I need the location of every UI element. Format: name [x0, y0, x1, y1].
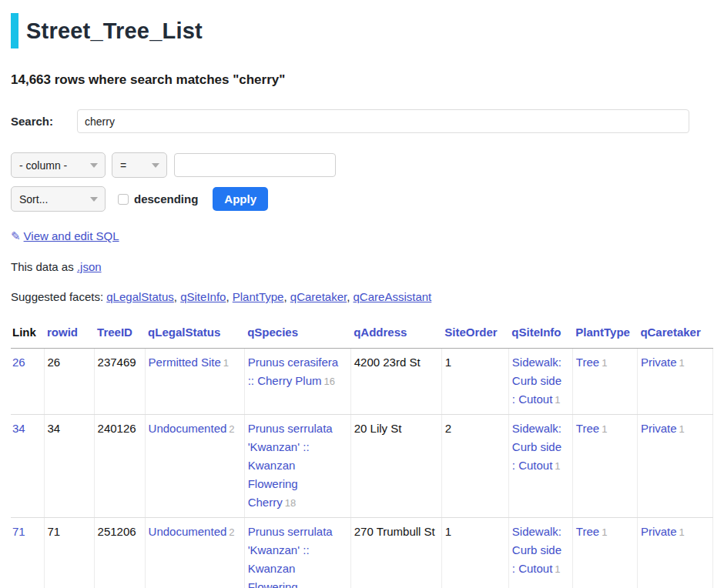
facet-count: 1: [555, 460, 560, 472]
column-header-planttype: PlantType: [572, 319, 637, 349]
facet-link-qcaretaker[interactable]: qCaretaker: [290, 290, 347, 303]
table-row: 34 34 240126 Undocumented2 Prunus serrul…: [11, 415, 713, 518]
facet-count: 1: [602, 526, 607, 538]
column-header-qsiteinfo: qSiteInfo: [508, 319, 572, 349]
cell-qsiteinfo: Sidewalk: Curb side : Cutout1: [508, 349, 572, 415]
cell-treeid: 251206: [94, 518, 145, 588]
facet-link-qcareassistant[interactable]: qCareAssistant: [354, 290, 432, 303]
cell-qsiteinfo: Sidewalk: Curb side : Cutout1: [508, 415, 572, 518]
cell-qspecies: Prunus serrulata 'Kwanzan' :: Kwanzan Fl…: [244, 518, 350, 588]
search-form: Search:: [11, 109, 713, 133]
facet-count: 1: [602, 423, 607, 435]
page: Street_Tree_List 14,663 rows where searc…: [0, 12, 724, 588]
cell-qaddress: 4200 23rd St: [350, 349, 441, 415]
cell-qspecies: Prunus serrulata 'Kwanzan' :: Kwanzan Fl…: [244, 415, 350, 518]
filter-operator-select[interactable]: =: [112, 152, 167, 178]
cell-qlegalstatus: Permitted Site1: [145, 349, 244, 415]
filter-column-select-value: - column -: [19, 159, 67, 172]
sort-row: Sort... descending Apply: [11, 186, 713, 212]
filter-row: - column - =: [11, 152, 713, 178]
row-count-summary: 14,663 rows where search matches "cherry…: [11, 72, 713, 88]
page-title: Street_Tree_List: [26, 18, 203, 44]
cell-qcaretaker: Private1: [637, 518, 712, 588]
cell-treeid: 240126: [94, 415, 145, 518]
facet-count: 1: [555, 394, 560, 406]
cell-siteorder: 2: [441, 415, 508, 518]
cell-planttype: Tree1: [572, 349, 637, 415]
data-as-prefix: This data as: [11, 260, 74, 273]
column-header-qcaretaker: qCaretaker: [637, 319, 712, 349]
cell-planttype: Tree1: [572, 518, 637, 588]
facets-prefix: Suggested facets:: [11, 290, 103, 303]
cell-qcaretaker: Private1: [637, 349, 712, 415]
table-header-row: Link rowid TreeID qLegalStatus qSpecies …: [11, 319, 713, 349]
facet-count: 1: [555, 563, 560, 575]
table-row: 71 71 251206 Undocumented2 Prunus serrul…: [11, 518, 713, 588]
facet-count: 16: [324, 376, 335, 387]
cell-siteorder: 1: [441, 518, 508, 588]
cell-qcaretaker: Private1: [637, 415, 712, 518]
column-header-link: Link: [11, 319, 44, 349]
column-header-qaddress: qAddress: [350, 319, 441, 349]
facet-count: 1: [679, 423, 685, 435]
filter-operator-select-value: =: [120, 159, 126, 172]
filter-column-select[interactable]: - column -: [11, 152, 106, 178]
cell-qlegalstatus: Undocumented2: [145, 415, 244, 518]
facet-count: 1: [679, 526, 685, 538]
facet-link-qsiteinfo[interactable]: qSiteInfo: [180, 290, 226, 303]
apply-button[interactable]: Apply: [213, 187, 268, 211]
facet-link-qlegalstatus[interactable]: qLegalStatus: [106, 290, 174, 303]
column-header-treeid: TreeID: [94, 319, 145, 349]
facet-count: 1: [602, 357, 607, 369]
cell-rowid: 34: [44, 415, 94, 518]
cell-siteorder: 1: [441, 349, 508, 415]
data-export-row: This data as .json: [11, 260, 713, 273]
cell-qsiteinfo: Sidewalk: Curb side : Cutout1: [508, 518, 572, 588]
sql-link-row: ✎View and edit SQL: [11, 229, 713, 243]
cell-rowid: 26: [44, 349, 94, 415]
cell-planttype: Tree1: [572, 415, 637, 518]
facet-count: 2: [229, 526, 234, 538]
column-header-qspecies: qSpecies: [244, 319, 350, 349]
cell-link: 71: [11, 518, 44, 588]
cell-qspecies: Prunus cerasifera :: Cherry Plum16: [244, 349, 350, 415]
descending-checkbox[interactable]: [118, 194, 129, 205]
page-header: Street_Tree_List: [11, 12, 713, 49]
cell-qaddress: 270 Trumbull St: [350, 518, 441, 588]
column-header-rowid: rowid: [44, 319, 94, 349]
accent-bar: [11, 13, 18, 48]
facet-count: 18: [285, 497, 296, 509]
suggested-facets-row: Suggested facets: qLegalStatus, qSiteInf…: [11, 290, 713, 303]
facet-count: 2: [229, 423, 234, 435]
cell-qaddress: 20 Lily St: [350, 415, 441, 518]
table-row: 26 26 237469 Permitted Site1 Prunus cera…: [11, 349, 713, 415]
facet-count: 1: [679, 357, 685, 369]
facet-link-planttype[interactable]: PlantType: [233, 290, 284, 303]
filter-value-input[interactable]: [174, 153, 336, 177]
cell-link: 26: [11, 349, 44, 415]
view-edit-sql-link[interactable]: View and edit SQL: [24, 229, 119, 242]
cell-link: 34: [11, 415, 44, 518]
cell-rowid: 71: [44, 518, 94, 588]
chevron-down-icon: [90, 197, 98, 202]
facet-links: qLegalStatus, qSiteInfo, PlantType, qCar…: [106, 290, 431, 303]
search-label: Search:: [11, 115, 77, 128]
chevron-down-icon: [90, 163, 98, 168]
chevron-down-icon: [152, 163, 159, 168]
descending-label: descending: [134, 192, 198, 205]
column-header-siteorder: SiteOrder: [441, 319, 508, 349]
json-link[interactable]: .json: [77, 260, 102, 273]
pencil-icon: ✎: [11, 229, 21, 242]
search-input[interactable]: [77, 109, 689, 133]
sort-select-value: Sort...: [19, 193, 48, 205]
sort-select[interactable]: Sort...: [11, 186, 106, 212]
data-table: Link rowid TreeID qLegalStatus qSpecies …: [11, 319, 713, 588]
cell-qlegalstatus: Undocumented2: [145, 518, 244, 588]
column-header-qlegalstatus: qLegalStatus: [145, 319, 244, 349]
facet-count: 1: [223, 357, 229, 369]
cell-treeid: 237469: [94, 349, 145, 415]
